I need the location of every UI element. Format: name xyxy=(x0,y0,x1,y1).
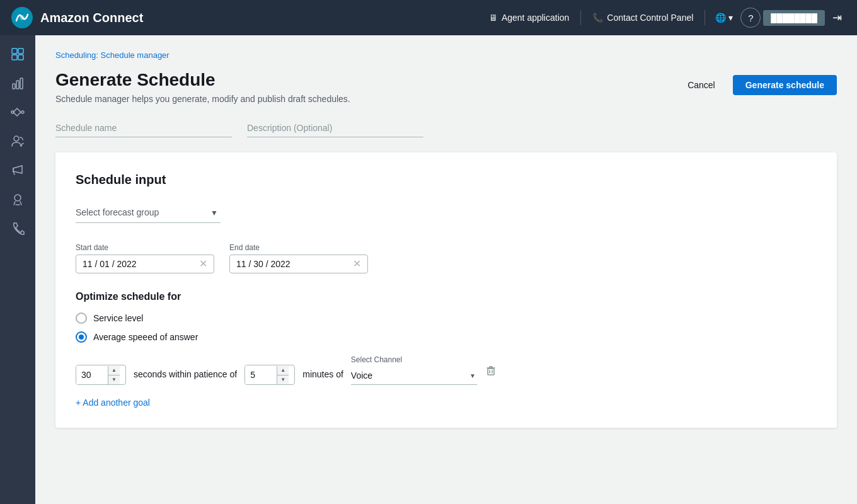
signout-icon: ⇥ xyxy=(832,11,842,24)
minutes-decrement-button[interactable]: ▼ xyxy=(277,375,289,384)
minutes-input[interactable] xyxy=(245,365,277,384)
breadcrumb[interactable]: Scheduling: Schedule manager xyxy=(55,50,837,60)
date-row: Start date ✕ End date ✕ xyxy=(76,243,817,273)
monitoring-icon xyxy=(11,192,25,206)
sidebar-item-users[interactable] xyxy=(4,127,32,155)
channel-select[interactable]: Voice Chat xyxy=(351,367,477,384)
goal-row: ▲ ▼ seconds within patience of ▲ ▼ xyxy=(76,355,817,385)
channel-label: Select Channel xyxy=(351,355,477,364)
phone-icon xyxy=(11,221,25,235)
svg-point-1 xyxy=(20,15,25,20)
user-label: ████████ xyxy=(771,13,817,23)
seconds-decrement-button[interactable]: ▼ xyxy=(108,375,120,384)
svg-rect-2 xyxy=(12,49,17,54)
channel-field: Select Channel Voice Chat ▼ xyxy=(351,355,477,385)
dashboard-icon xyxy=(11,47,25,61)
optimize-radio-group: Service level Average speeed of answer xyxy=(76,312,817,343)
seconds-increment-button[interactable]: ▲ xyxy=(108,366,120,375)
contact-control-panel-button[interactable]: 📞 Contact Control Panel xyxy=(586,9,699,26)
optimize-title: Optimize schedule for xyxy=(76,291,817,302)
page-subtitle: Schedule manager helps you generate, mod… xyxy=(55,94,350,104)
generate-schedule-button[interactable]: Generate schedule xyxy=(733,75,837,95)
channel-select-wrap: Voice Chat ▼ xyxy=(351,367,477,385)
minutes-increment-button[interactable]: ▲ xyxy=(277,366,289,375)
start-date-input-wrap: ✕ xyxy=(76,255,214,273)
routing-icon xyxy=(11,105,25,119)
seconds-spinners: ▲ ▼ xyxy=(108,366,120,384)
sidebar xyxy=(0,35,35,504)
seconds-input[interactable] xyxy=(76,365,108,384)
main-content: Scheduling: Schedule manager Generate Sc… xyxy=(35,35,857,504)
forecast-group-wrapper: Select forecast group ▼ xyxy=(76,202,221,223)
sidebar-item-monitoring[interactable] xyxy=(4,185,32,213)
minutes-field: ▲ ▼ xyxy=(244,365,295,385)
description-input[interactable] xyxy=(247,119,423,137)
add-goal-button[interactable]: + Add another goal xyxy=(76,398,150,408)
trash-icon xyxy=(485,364,497,377)
users-icon xyxy=(11,134,25,148)
page-header-actions: Cancel Generate schedule xyxy=(677,75,837,95)
logo-icon xyxy=(10,6,34,30)
user-menu-button[interactable]: ████████ xyxy=(763,10,825,26)
cancel-button[interactable]: Cancel xyxy=(677,75,725,95)
svg-point-9 xyxy=(21,111,24,113)
page-header: Generate Schedule Schedule manager helps… xyxy=(55,70,837,119)
sidebar-item-routing[interactable] xyxy=(4,98,32,126)
schedule-name-input[interactable] xyxy=(55,119,232,137)
end-date-field: End date ✕ xyxy=(229,243,368,273)
form-row xyxy=(55,119,837,137)
agent-application-button[interactable]: 🖥 Agent application xyxy=(483,9,575,26)
end-date-input-wrap: ✕ xyxy=(229,255,368,273)
svg-rect-8 xyxy=(20,78,23,89)
logo-text: Amazon Connect xyxy=(40,11,143,25)
end-date-input[interactable] xyxy=(236,259,348,269)
start-date-field: Start date ✕ xyxy=(76,243,214,273)
page-title: Generate Schedule xyxy=(55,70,350,90)
average-speed-option[interactable]: Average speeed of answer xyxy=(76,331,817,343)
service-level-option[interactable]: Service level xyxy=(76,312,817,324)
card-title: Schedule input xyxy=(76,173,817,187)
analytics-icon xyxy=(11,76,25,90)
start-date-input[interactable] xyxy=(83,259,194,269)
seconds-text: seconds within patience of xyxy=(134,369,237,385)
signout-button[interactable]: ⇥ xyxy=(827,8,847,27)
language-button[interactable]: 🌐 ▾ xyxy=(710,9,738,26)
minutes-text: minutes of xyxy=(302,369,343,385)
monitor-icon: 🖥 xyxy=(489,13,498,23)
forecast-group-select[interactable]: Select forecast group xyxy=(76,202,221,223)
service-level-label: Service level xyxy=(93,313,143,323)
svg-rect-13 xyxy=(488,369,494,375)
page-header-left: Generate Schedule Schedule manager helps… xyxy=(55,70,350,119)
minutes-input-wrap: ▲ ▼ xyxy=(244,365,295,385)
end-date-label: End date xyxy=(229,243,368,252)
svg-point-12 xyxy=(14,195,21,201)
nav-divider-2 xyxy=(705,10,705,25)
end-date-clear-button[interactable]: ✕ xyxy=(353,259,361,269)
svg-rect-5 xyxy=(18,55,23,60)
topnav-right: 🖥 Agent application 📞 Contact Control Pa… xyxy=(483,8,847,28)
start-date-clear-button[interactable]: ✕ xyxy=(199,259,207,269)
logo: Amazon Connect xyxy=(10,6,143,30)
svg-rect-6 xyxy=(13,84,15,89)
seconds-field: ▲ ▼ xyxy=(76,365,126,385)
schedule-name-field xyxy=(55,119,232,137)
sidebar-item-phone[interactable] xyxy=(4,214,32,242)
sidebar-item-dashboard[interactable] xyxy=(4,40,32,68)
globe-icon: 🌐 xyxy=(715,13,726,23)
svg-rect-4 xyxy=(12,55,17,60)
chevron-down-icon: ▾ xyxy=(728,13,733,23)
help-button[interactable]: ? xyxy=(740,8,761,28)
add-goal-label: + Add another goal xyxy=(76,398,150,408)
sidebar-item-analytics[interactable] xyxy=(4,69,32,97)
delete-goal-button[interactable] xyxy=(485,364,497,385)
svg-rect-3 xyxy=(18,49,23,54)
start-date-label: Start date xyxy=(76,243,214,252)
campaigns-icon xyxy=(11,163,25,177)
top-navigation: Amazon Connect 🖥 Agent application 📞 Con… xyxy=(0,0,857,35)
nav-divider xyxy=(580,10,581,25)
sidebar-item-campaigns[interactable] xyxy=(4,156,32,184)
svg-point-11 xyxy=(14,136,19,141)
optimize-section: Optimize schedule for Service level Aver… xyxy=(76,291,817,408)
description-field xyxy=(247,119,423,137)
schedule-input-card: Schedule input Select forecast group ▼ S… xyxy=(55,152,837,428)
